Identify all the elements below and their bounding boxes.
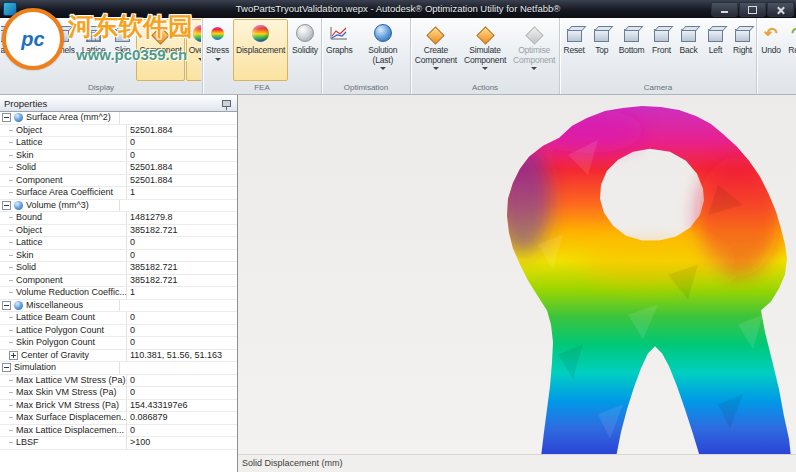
ribbon-group-actions: Create ComponentSimulate ComponentOptimi… (411, 18, 560, 94)
ribbon-button-solidity[interactable]: Solidity (289, 19, 320, 81)
property-value-cell[interactable] (120, 362, 237, 374)
tree-tick (9, 330, 13, 331)
property-value-cell[interactable]: 0 (127, 325, 237, 337)
property-category-row[interactable]: Simulation (0, 362, 237, 375)
property-value-cell[interactable]: 0 (127, 425, 237, 437)
maximize-button[interactable] (739, 2, 766, 17)
property-value-cell[interactable]: 52501.884 (127, 125, 237, 137)
expand-icon[interactable] (9, 351, 18, 360)
property-value-cell[interactable]: 0 (127, 375, 237, 387)
property-row[interactable]: Component385182.721 (0, 275, 237, 288)
property-row[interactable]: Solid385182.721 (0, 262, 237, 275)
property-row[interactable]: Max Lattice VM Stress (Pa)0 (0, 375, 237, 388)
property-category-row[interactable]: Volume (mm^3) (0, 200, 237, 213)
property-label: Component (16, 275, 63, 286)
ribbon-button-bottom[interactable]: Bottom (616, 19, 648, 81)
property-value-cell[interactable]: 0 (127, 237, 237, 249)
ribbon-button-undo[interactable]: ↶Undo (758, 19, 784, 81)
pin-icon[interactable] (222, 100, 231, 107)
property-value: 385182.721 (130, 225, 178, 236)
property-value-cell[interactable]: 0 (127, 250, 237, 262)
property-row[interactable]: Bound1481279.8 (0, 212, 237, 225)
property-label-cell: LBSF (0, 437, 127, 449)
property-row[interactable]: Skin0 (0, 150, 237, 163)
minimize-button[interactable] (711, 2, 738, 17)
property-row[interactable]: Solid52501.884 (0, 162, 237, 175)
property-value-cell[interactable]: 1481279.8 (127, 212, 237, 224)
property-row[interactable]: Max Skin VM Stress (Pa)0 (0, 387, 237, 400)
property-value-cell[interactable]: 0.086879 (127, 412, 237, 424)
property-label: LBSF (16, 437, 39, 448)
property-row[interactable]: Center of Gravity110.381, 51.56, 51.163 (0, 350, 237, 363)
property-value-cell[interactable]: 52501.884 (127, 175, 237, 187)
collapse-icon[interactable] (2, 301, 11, 310)
property-row[interactable]: Object385182.721 (0, 225, 237, 238)
property-row[interactable]: Skin Polygon Count0 (0, 337, 237, 350)
property-value-cell[interactable]: 385182.721 (127, 225, 237, 237)
property-value-cell[interactable] (120, 200, 237, 212)
property-value-cell[interactable]: 385182.721 (127, 275, 237, 287)
property-value-cell[interactable]: 1 (127, 287, 237, 299)
ribbon-button-label: Bottom (619, 46, 645, 56)
ribbon-button-left[interactable]: Left (702, 19, 728, 81)
property-row[interactable]: Lattice Polygon Count0 (0, 325, 237, 338)
ribbon-button-solution-last[interactable]: Solution (Last) (357, 19, 409, 81)
property-value-cell[interactable]: 154.433197e6 (127, 400, 237, 412)
property-value-cell[interactable]: 0 (127, 337, 237, 349)
property-value-cell[interactable]: 0 (127, 137, 237, 149)
property-row[interactable]: LBSF>100 (0, 437, 237, 450)
collapse-icon[interactable] (2, 201, 11, 210)
chevron-down-icon (433, 67, 439, 70)
property-row[interactable]: Max Surface Displacemen...0.086879 (0, 412, 237, 425)
property-value-cell[interactable] (120, 112, 237, 124)
property-row[interactable]: Skin0 (0, 250, 237, 263)
property-row[interactable]: Object52501.884 (0, 125, 237, 138)
collapse-icon[interactable] (2, 113, 11, 122)
watermark-logo: pc (2, 8, 64, 70)
ribbon-button-redo[interactable]: ↷Redo (785, 19, 796, 81)
property-value-cell[interactable]: 0 (127, 387, 237, 399)
property-value-cell[interactable] (120, 300, 237, 312)
ribbon-button-simulate-component[interactable]: Simulate Component (461, 19, 509, 81)
property-row[interactable]: Lattice0 (0, 237, 237, 250)
ribbon-button-optimise-component[interactable]: Optimise Component (510, 19, 558, 81)
ribbon-button-top[interactable]: Top (589, 19, 615, 81)
ribbon-button-right[interactable]: Right (729, 19, 755, 81)
ribbon-group-label: Optimisation (323, 82, 409, 94)
property-value-cell[interactable]: 0 (127, 312, 237, 324)
property-value-cell[interactable]: 110.381, 51.56, 51.163 (127, 350, 237, 362)
ribbon-button-reset[interactable]: Reset (561, 19, 588, 81)
ribbon-button-back[interactable]: Back (675, 19, 701, 81)
property-label-cell: Component (0, 175, 127, 187)
property-label: Skin Polygon Count (16, 337, 95, 348)
property-value-cell[interactable]: 1 (127, 187, 237, 199)
property-value-cell[interactable]: 52501.884 (127, 162, 237, 174)
property-value: 52501.884 (130, 162, 173, 173)
ribbon-button-create-component[interactable]: Create Component (412, 19, 460, 81)
property-row[interactable]: Component52501.884 (0, 175, 237, 188)
property-label-cell: Lattice Polygon Count (0, 325, 127, 337)
property-row[interactable]: Lattice Beam Count0 (0, 312, 237, 325)
diamond-orange-icon (426, 21, 446, 45)
chart-icon (329, 21, 349, 45)
property-value-cell[interactable]: 0 (127, 150, 237, 162)
property-row[interactable]: Volume Reduction Coeffic...1 (0, 287, 237, 300)
ribbon-button-label: Simulate Component (464, 46, 506, 65)
property-value-cell[interactable]: >100 (127, 437, 237, 449)
collapse-icon[interactable] (2, 363, 11, 372)
property-category-row[interactable]: Surface Area (mm^2) (0, 112, 237, 125)
property-row[interactable]: Surface Area Coefficient1 (0, 187, 237, 200)
ribbon-button-graphs[interactable]: Graphs (323, 19, 356, 81)
ribbon-button-displacement[interactable]: Displacement (233, 19, 288, 81)
ribbon-button-front[interactable]: Front (648, 19, 674, 81)
close-button[interactable] (767, 2, 794, 17)
model-3d-view[interactable] (238, 95, 796, 472)
property-label-cell: Lattice (0, 137, 127, 149)
property-row[interactable]: Max Lattice Displacemen...0 (0, 425, 237, 438)
3d-viewport[interactable]: Solid Displacement (mm) (238, 95, 796, 472)
property-label: Max Brick VM Stress (Pa) (16, 400, 119, 411)
property-row[interactable]: Lattice0 (0, 137, 237, 150)
property-category-row[interactable]: Miscellaneous (0, 300, 237, 313)
property-value-cell[interactable]: 385182.721 (127, 262, 237, 274)
property-row[interactable]: Max Brick VM Stress (Pa)154.433197e6 (0, 400, 237, 413)
